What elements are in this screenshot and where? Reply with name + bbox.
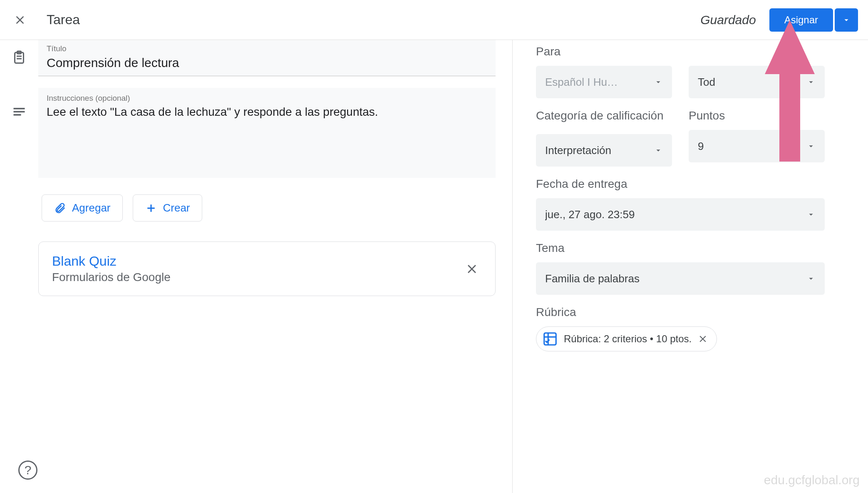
topic-value: Familia de palabras bbox=[545, 272, 640, 285]
svg-rect-4 bbox=[14, 108, 25, 110]
saved-status: Guardado bbox=[700, 13, 756, 27]
caret-down-icon bbox=[842, 15, 851, 25]
instructions-field[interactable]: Instrucciones (opcional) bbox=[38, 88, 496, 178]
topbar: Tarea Guardado Asignar bbox=[0, 0, 868, 40]
grade-category-select[interactable]: Interpretación bbox=[536, 134, 672, 167]
add-button[interactable]: Agregar bbox=[42, 194, 123, 222]
caret-down-icon bbox=[806, 77, 816, 87]
close-icon[interactable] bbox=[697, 334, 708, 344]
question-mark-icon: ? bbox=[25, 463, 32, 477]
assign-dropdown-button[interactable] bbox=[835, 8, 858, 32]
attachment-remove-button[interactable] bbox=[462, 259, 482, 279]
due-date-value: jue., 27 ago. 23:59 bbox=[545, 208, 635, 221]
page-title: Tarea bbox=[47, 12, 80, 27]
for-label: Para bbox=[536, 45, 825, 58]
points-select[interactable]: 9 bbox=[689, 130, 825, 162]
close-button[interactable] bbox=[10, 10, 30, 30]
students-select[interactable]: Tod bbox=[689, 66, 825, 98]
assignment-icon bbox=[12, 50, 27, 67]
title-field[interactable]: Título bbox=[38, 40, 496, 76]
instructions-label: Instrucciones (opcional) bbox=[47, 94, 487, 103]
close-icon bbox=[13, 13, 27, 27]
title-input[interactable] bbox=[47, 56, 487, 70]
left-rail bbox=[0, 40, 38, 493]
caret-down-icon bbox=[806, 274, 816, 283]
svg-rect-6 bbox=[14, 114, 21, 116]
class-select-value: Español I Hu… bbox=[545, 76, 618, 89]
attachment-actions: Agregar Crear bbox=[38, 194, 496, 222]
grade-category-label: Categoría de calificación bbox=[536, 109, 672, 122]
create-button-label: Crear bbox=[163, 202, 190, 214]
attachment-card[interactable]: Blank Quiz Formularios de Google bbox=[38, 242, 496, 296]
attachment-title[interactable]: Blank Quiz bbox=[52, 254, 452, 269]
add-button-label: Agregar bbox=[72, 202, 111, 214]
create-button[interactable]: Crear bbox=[133, 194, 202, 222]
title-label: Título bbox=[47, 44, 487, 53]
topic-select[interactable]: Familia de palabras bbox=[536, 262, 825, 295]
class-select[interactable]: Español I Hu… bbox=[536, 66, 672, 98]
help-button[interactable]: ? bbox=[18, 461, 37, 480]
rubric-icon bbox=[542, 331, 558, 347]
grade-category-value: Interpretación bbox=[545, 144, 611, 157]
topic-label: Tema bbox=[536, 242, 825, 255]
rubric-label: Rúbrica bbox=[536, 306, 825, 319]
text-lines-icon bbox=[12, 104, 27, 121]
svg-rect-5 bbox=[14, 111, 25, 113]
points-label: Puntos bbox=[689, 109, 825, 122]
caret-down-icon bbox=[654, 77, 663, 87]
attachment-subtitle: Formularios de Google bbox=[52, 271, 452, 284]
assign-button[interactable]: Asignar bbox=[769, 8, 833, 32]
rubric-chip-text: Rúbrica: 2 criterios • 10 ptos. bbox=[564, 333, 692, 345]
rubric-chip[interactable]: Rúbrica: 2 criterios • 10 ptos. bbox=[536, 326, 717, 351]
plus-icon bbox=[145, 202, 157, 214]
close-icon bbox=[465, 262, 479, 276]
instructions-input[interactable] bbox=[47, 105, 487, 151]
due-date-label: Fecha de entrega bbox=[536, 177, 825, 191]
main-column: Título Instrucciones (opcional) Agregar … bbox=[38, 40, 513, 493]
svg-rect-9 bbox=[544, 333, 556, 345]
settings-panel: Para Español I Hu… Tod Categoría de cali… bbox=[513, 40, 841, 493]
attachment-info: Blank Quiz Formularios de Google bbox=[52, 254, 452, 284]
content-area: Título Instrucciones (opcional) Agregar … bbox=[0, 40, 868, 493]
caret-down-icon bbox=[654, 146, 663, 155]
students-select-value: Tod bbox=[698, 76, 715, 89]
caret-down-icon bbox=[806, 210, 816, 219]
caret-down-icon bbox=[806, 142, 816, 151]
attachment-icon bbox=[54, 202, 66, 214]
watermark: edu.gcfglobal.org bbox=[764, 473, 860, 487]
due-date-select[interactable]: jue., 27 ago. 23:59 bbox=[536, 198, 825, 231]
points-value: 9 bbox=[698, 140, 704, 153]
assign-button-group: Asignar bbox=[769, 8, 858, 32]
